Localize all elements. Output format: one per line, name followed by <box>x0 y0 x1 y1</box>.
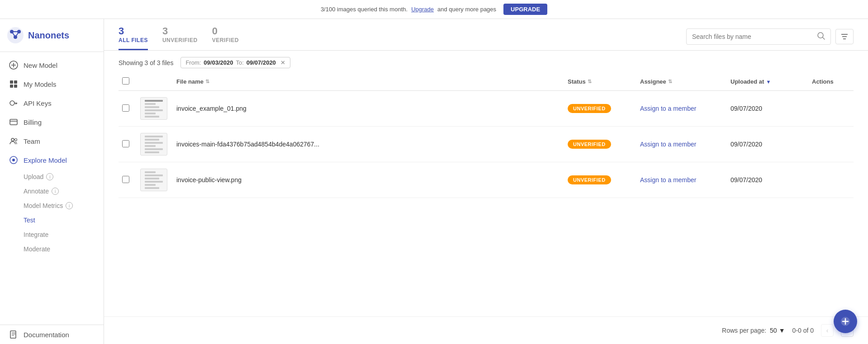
top-banner: 3/100 images queried this month. Upgrade… <box>0 0 868 19</box>
files-table: File name ⇅ Status ⇅ Ass <box>119 73 854 198</box>
svg-rect-18 <box>10 119 17 125</box>
sidebar-item-team[interactable]: Team <box>0 132 104 151</box>
integrate-label: Integrate <box>24 231 48 238</box>
search-box[interactable] <box>686 28 831 45</box>
assignee-cell[interactable]: Assign to a member <box>636 162 727 198</box>
sidebar-label-api-keys: API Keys <box>24 99 52 107</box>
actions-cell <box>808 127 854 162</box>
status-badge: UNVERIFIED <box>568 175 611 184</box>
status-sort-icon: ⇅ <box>588 79 592 85</box>
file-name-cell[interactable]: invoices-main-fda4376b75ad4854b4de4a0627… <box>173 127 564 162</box>
sidebar-item-my-models[interactable]: My Models <box>0 75 104 94</box>
file-thumbnail-0 <box>140 97 167 120</box>
uploaded-col-label: Uploaded at <box>730 78 764 85</box>
tab-all-files-label: ALL FILES <box>119 37 148 43</box>
svg-point-28 <box>818 33 823 38</box>
uploaded-at-cell: 09/07/2020 <box>727 127 808 162</box>
billing-icon <box>9 118 18 127</box>
sidebar-item-documentation[interactable]: Documentation <box>0 325 104 344</box>
filter-button[interactable] <box>835 29 854 44</box>
page-info: 0-0 of 0 <box>792 327 814 334</box>
sidebar-sub-integrate[interactable]: Integrate <box>0 227 104 242</box>
tab-unverified-count: 3 <box>162 26 168 36</box>
date-from-value: 09/03/2020 <box>204 59 233 66</box>
tab-unverified[interactable]: 3 UNVERIFIED <box>162 26 198 50</box>
from-label: From: <box>185 59 201 66</box>
upgrade-link[interactable]: Upgrade <box>411 6 434 13</box>
col-header-uploaded-at[interactable]: Uploaded at ▼ <box>727 73 808 91</box>
table-row: invoice-public-view.pngUNVERIFIEDAssign … <box>119 162 854 198</box>
actions-cell <box>808 91 854 127</box>
assignee-cell[interactable]: Assign to a member <box>636 127 727 162</box>
svg-rect-13 <box>14 85 17 88</box>
documentation-icon <box>9 330 18 339</box>
sidebar-item-new-model[interactable]: New Model <box>0 56 104 75</box>
actions-cell <box>808 162 854 198</box>
date-filter-tag: From: 09/03/2020 To: 09/07/2020 ✕ <box>180 57 290 68</box>
status-col-label: Status <box>568 78 586 85</box>
sidebar-sub-model-metrics[interactable]: Model Metrics i <box>0 198 104 213</box>
logo-text: Nanonets <box>28 30 69 41</box>
sidebar-sub-annotate[interactable]: Annotate i <box>0 184 104 198</box>
test-label: Test <box>24 217 35 224</box>
sidebar-item-billing[interactable]: Billing <box>0 113 104 132</box>
col-header-status[interactable]: Status ⇅ <box>564 73 636 91</box>
upgrade-button[interactable]: UPGRADE <box>503 4 547 15</box>
status-cell: UNVERIFIED <box>564 162 636 198</box>
to-label: To: <box>236 59 243 66</box>
svg-point-14 <box>10 101 14 105</box>
file-name-cell[interactable]: invoice_example_01.png <box>173 91 564 127</box>
sidebar-sub-test[interactable]: Test <box>0 213 104 227</box>
sidebar-sub-moderate[interactable]: Moderate <box>0 242 104 256</box>
upload-label: Upload <box>24 173 43 180</box>
rows-per-page-select[interactable]: 50 ▼ <box>770 327 785 334</box>
plus-icon <box>9 61 18 70</box>
col-header-filename[interactable]: File name ⇅ <box>173 73 564 91</box>
select-all-checkbox[interactable] <box>122 77 129 85</box>
row-checkbox-2[interactable] <box>122 176 129 183</box>
file-thumbnail-1 <box>140 133 167 156</box>
assign-link-1[interactable]: Assign to a member <box>640 141 697 148</box>
sidebar-label-billing: Billing <box>24 118 42 126</box>
row-checkbox-1[interactable] <box>122 140 129 147</box>
svg-point-20 <box>11 138 14 141</box>
actions-col-label: Actions <box>812 78 834 85</box>
search-input[interactable] <box>692 33 813 40</box>
assignee-sort-icon: ⇅ <box>668 79 672 85</box>
prev-page-button[interactable]: ‹ <box>821 324 834 337</box>
upload-info-icon[interactable]: i <box>46 173 53 180</box>
annotate-info-icon[interactable]: i <box>52 188 59 195</box>
tab-verified-label: VERIFIED <box>212 37 239 43</box>
sidebar-item-explore-model[interactable]: Explore Model <box>0 151 104 170</box>
col-header-thumbnail <box>137 73 173 91</box>
col-header-checkbox <box>119 73 137 91</box>
row-checkbox-0[interactable] <box>122 104 129 112</box>
file-name-cell[interactable]: invoice-public-view.png <box>173 162 564 198</box>
rows-per-page-value: 50 <box>770 327 777 334</box>
sidebar: Nanonets New Model My Models API Keys <box>0 19 104 344</box>
sidebar-item-api-keys[interactable]: API Keys <box>0 94 104 113</box>
rows-per-page-section: Rows per page: 50 ▼ <box>722 327 785 334</box>
svg-rect-12 <box>10 85 13 88</box>
model-metrics-label: Model Metrics <box>24 202 63 209</box>
table-row: invoices-main-fda4376b75ad4854b4de4a0627… <box>119 127 854 162</box>
logo-icon <box>7 27 24 43</box>
documentation-label: Documentation <box>24 331 69 339</box>
rows-per-page-label: Rows per page: <box>722 327 766 334</box>
search-button[interactable] <box>817 32 825 42</box>
fab-button[interactable] <box>834 310 857 333</box>
tab-all-files[interactable]: 3 ALL FILES <box>119 26 148 50</box>
filename-sort-icon: ⇅ <box>205 79 209 85</box>
date-filter-close[interactable]: ✕ <box>280 59 285 66</box>
assign-link-0[interactable]: Assign to a member <box>640 105 697 112</box>
col-header-actions: Actions <box>808 73 854 91</box>
logo[interactable]: Nanonets <box>0 19 104 52</box>
assignee-cell[interactable]: Assign to a member <box>636 91 727 127</box>
tab-verified-count: 0 <box>212 26 218 36</box>
model-metrics-info-icon[interactable]: i <box>66 202 73 209</box>
tab-verified[interactable]: 0 VERIFIED <box>212 26 239 50</box>
assign-link-2[interactable]: Assign to a member <box>640 176 697 184</box>
sidebar-sub-upload[interactable]: Upload i <box>0 170 104 184</box>
col-header-assignee[interactable]: Assignee ⇅ <box>636 73 727 91</box>
date-to-value: 09/07/2020 <box>247 59 276 66</box>
